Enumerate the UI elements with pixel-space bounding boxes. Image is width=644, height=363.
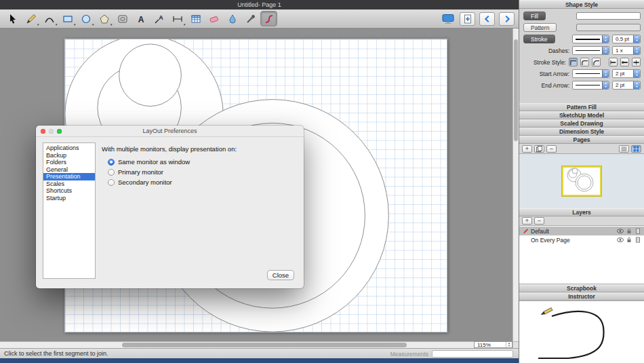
text-tool[interactable]: A bbox=[132, 11, 149, 26]
dialog-titlebar[interactable]: LayOut Preferences bbox=[36, 126, 304, 137]
dash-pattern-combo[interactable]: ▲▼ bbox=[572, 46, 609, 55]
style-tool[interactable] bbox=[224, 11, 241, 26]
zoom-window-icon[interactable] bbox=[57, 129, 62, 134]
label-tool[interactable]: A bbox=[150, 11, 167, 26]
stepper-icon[interactable]: ▲▼ bbox=[602, 47, 609, 54]
start-arrow-combo[interactable]: ▲▼ bbox=[572, 69, 609, 78]
offset-tool[interactable] bbox=[114, 11, 131, 26]
layer-row-on-every-page[interactable]: On Every Page bbox=[519, 235, 644, 244]
layer-share-icon[interactable] bbox=[635, 228, 641, 235]
panel-header-sketchup-model[interactable]: SketchUp Model bbox=[519, 111, 644, 119]
start-arrow-size-combo[interactable]: 2 pt ▲▼ bbox=[612, 69, 641, 78]
pref-item-backup[interactable]: Backup bbox=[43, 152, 95, 159]
close-window-icon[interactable] bbox=[41, 129, 45, 134]
stepper-icon[interactable]: ▲▼ bbox=[633, 70, 640, 77]
panel-header-shape-style[interactable]: Shape Style bbox=[519, 0, 644, 9]
zoom-control[interactable]: 115% ▲▼ bbox=[474, 341, 512, 348]
horizontal-scroll-thumb[interactable] bbox=[122, 343, 407, 347]
horizontal-scrollbar[interactable] bbox=[0, 341, 474, 348]
panel-header-pattern-fill[interactable]: Pattern Fill bbox=[519, 103, 644, 111]
add-layer-icon[interactable]: + bbox=[522, 217, 532, 225]
pref-item-general[interactable]: General bbox=[43, 166, 95, 174]
radio-row-primary-monitor[interactable]: Primary monitor bbox=[108, 168, 297, 176]
projecting-cap-button[interactable] bbox=[632, 58, 641, 66]
layer-lock-icon[interactable] bbox=[626, 237, 632, 244]
close-button[interactable]: Close bbox=[267, 270, 294, 280]
pages-thumbnail-area[interactable] bbox=[519, 154, 644, 208]
pref-item-folders[interactable]: Folders bbox=[43, 159, 95, 166]
next-page-button[interactable] bbox=[499, 12, 515, 26]
arc-tool[interactable]: ▾ bbox=[41, 11, 58, 26]
eyedropper-tool[interactable] bbox=[242, 11, 259, 26]
stroke-width-combo[interactable]: 0,5 pt ▲▼ bbox=[612, 35, 641, 43]
polygon-tool[interactable]: ▾ bbox=[96, 11, 113, 26]
eraser-tool[interactable] bbox=[205, 11, 222, 26]
fill-button[interactable]: Fill bbox=[523, 12, 546, 20]
round-join-button[interactable] bbox=[580, 58, 589, 66]
stepper-icon[interactable]: ▲▼ bbox=[602, 35, 609, 43]
circle-tool[interactable]: ▾ bbox=[77, 11, 94, 26]
radio-row-same-monitor[interactable]: Same monitor as window bbox=[108, 158, 297, 166]
select-tool[interactable] bbox=[4, 11, 21, 26]
stepper-icon[interactable]: ▲▼ bbox=[602, 81, 609, 89]
bevel-join-button[interactable] bbox=[592, 58, 601, 66]
pattern-button[interactable]: Pattern bbox=[523, 23, 557, 32]
add-page-button[interactable] bbox=[460, 12, 475, 26]
rectangle-tool[interactable]: ▾ bbox=[59, 11, 76, 26]
panel-header-scaled-drawing[interactable]: Scaled Drawing bbox=[519, 119, 644, 128]
pages-list-view-icon[interactable] bbox=[619, 145, 629, 153]
end-arrow-combo[interactable]: ▲▼ bbox=[572, 81, 609, 90]
line-pencil-tool[interactable]: ▾ bbox=[22, 11, 39, 26]
remove-layer-icon[interactable]: − bbox=[534, 217, 544, 225]
radio-selected-icon[interactable] bbox=[108, 159, 115, 166]
duplicate-page-icon[interactable] bbox=[534, 145, 544, 153]
pref-item-shortcuts[interactable]: Shortcuts bbox=[43, 187, 95, 195]
start-presentation-button[interactable] bbox=[440, 12, 456, 26]
layer-row-default[interactable]: Default bbox=[519, 227, 644, 235]
page-thumbnail-selected[interactable] bbox=[562, 166, 601, 196]
radio-row-secondary-monitor[interactable]: Secondary monitor bbox=[108, 178, 297, 186]
pref-item-applications[interactable]: Applications bbox=[43, 145, 95, 152]
stepper-icon[interactable]: ▲▼ bbox=[633, 47, 640, 54]
vertical-scrollbar[interactable] bbox=[512, 28, 519, 341]
dash-scale-combo[interactable]: 1 x ▲▼ bbox=[612, 46, 641, 55]
zoom-stepper-icon[interactable]: ▲▼ bbox=[506, 342, 512, 347]
stepper-icon[interactable]: ▲▼ bbox=[633, 35, 640, 43]
layer-share-icon[interactable] bbox=[635, 237, 641, 244]
previous-page-button[interactable] bbox=[479, 12, 495, 26]
radio-icon[interactable] bbox=[108, 169, 115, 176]
pref-item-startup[interactable]: Startup bbox=[43, 195, 95, 202]
miter-join-button[interactable] bbox=[569, 58, 578, 66]
add-page-icon[interactable]: + bbox=[522, 145, 532, 153]
round-cap-button[interactable] bbox=[620, 58, 629, 66]
table-tool[interactable] bbox=[187, 11, 204, 26]
pref-item-presentation[interactable]: Presentation bbox=[43, 173, 95, 180]
vertical-scroll-thumb[interactable] bbox=[514, 39, 518, 141]
dimension-tool[interactable]: ▾ bbox=[169, 11, 186, 26]
pages-grid-view-icon[interactable] bbox=[631, 145, 641, 153]
page-thumbnail-preview bbox=[563, 168, 600, 195]
layer-visibility-icon[interactable] bbox=[617, 228, 624, 235]
stepper-icon[interactable]: ▲▼ bbox=[602, 70, 609, 77]
measurements-field[interactable] bbox=[432, 350, 513, 358]
stroke-color-combo[interactable]: ▲▼ bbox=[572, 35, 609, 43]
stroke-button[interactable]: Stroke bbox=[523, 35, 555, 43]
start-arrow-size-value: 2 pt bbox=[616, 71, 624, 77]
stepper-icon[interactable]: ▲▼ bbox=[633, 81, 640, 89]
panel-header-pages[interactable]: Pages bbox=[519, 136, 644, 144]
pref-item-scales[interactable]: Scales bbox=[43, 180, 95, 188]
panel-header-dimension-style[interactable]: Dimension Style bbox=[519, 128, 644, 136]
panel-header-instructor[interactable]: Instructor bbox=[519, 292, 644, 301]
layer-visibility-icon[interactable] bbox=[617, 237, 624, 244]
pattern-swatch[interactable] bbox=[576, 24, 641, 31]
remove-page-icon[interactable]: − bbox=[546, 145, 557, 153]
radio-icon[interactable] bbox=[108, 179, 115, 186]
end-arrow-size-combo[interactable]: 2 pt ▲▼ bbox=[612, 81, 641, 90]
panel-header-layers[interactable]: Layers bbox=[519, 208, 644, 216]
fill-color-swatch[interactable] bbox=[576, 12, 641, 20]
join-tool[interactable] bbox=[260, 11, 277, 26]
panel-header-scrapbook[interactable]: Scrapbook bbox=[519, 284, 644, 292]
layer-lock-icon[interactable] bbox=[626, 228, 632, 235]
butt-cap-button[interactable] bbox=[609, 58, 618, 66]
minimize-window-icon[interactable] bbox=[49, 129, 54, 134]
